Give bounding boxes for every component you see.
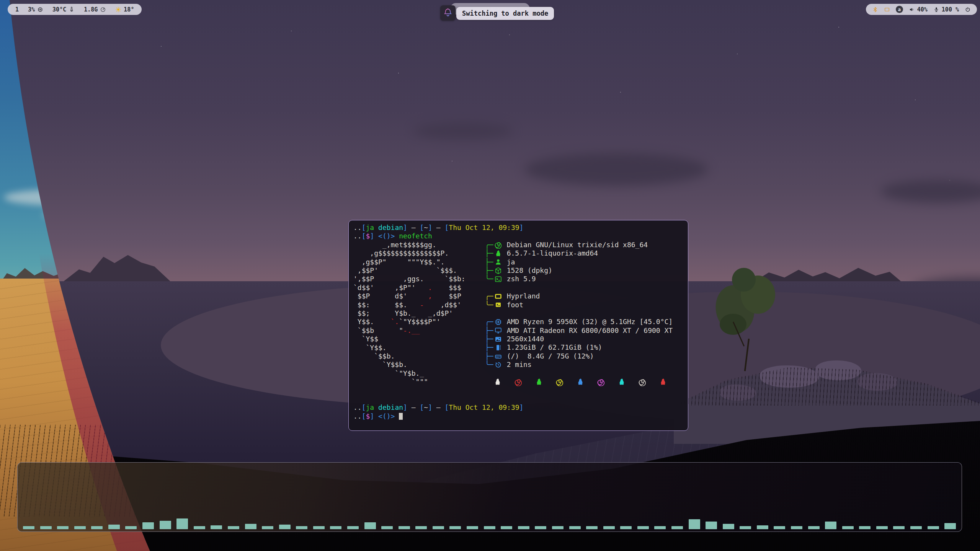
info-group-desktop: ╭─Hyprland ╰─foot <box>485 292 673 309</box>
workspace-indicator[interactable]: 1 <box>15 6 19 13</box>
cpu-chip-icon <box>493 318 503 326</box>
power-icon[interactable] <box>965 7 971 13</box>
info-group-system: ╭─Debian GNU/Linux trixie/sid x86_64 ├─6… <box>485 241 673 284</box>
tux-icon <box>659 378 667 386</box>
viz-bar <box>689 519 700 529</box>
thermometer-icon <box>69 7 75 13</box>
package-icon <box>493 267 503 275</box>
viz-bar <box>228 526 239 529</box>
microphone-module[interactable]: 100 % <box>933 6 959 13</box>
prompt-segment: .. <box>353 232 362 240</box>
viz-bar <box>296 526 307 529</box>
viz-bar <box>467 526 478 529</box>
sun-icon <box>115 7 121 13</box>
prompt-segment: $ <box>366 232 370 240</box>
shell-prompt-bottom[interactable]: ..[ja@debian] – [~] – [Thu Oct 12, 09:39… <box>353 403 683 421</box>
prompt-segment <box>395 232 399 240</box>
viz-bar <box>928 526 939 529</box>
notification-text-pill[interactable]: Switching to dark mode <box>456 7 554 20</box>
notification-popup[interactable]: Switching to dark mode <box>440 5 554 21</box>
prompt-segment: <()> <box>378 412 395 420</box>
display-icon[interactable] <box>884 7 890 13</box>
prompt-segment: debian <box>378 403 403 411</box>
night-cloud <box>413 122 513 140</box>
info-row-memory: ├─1.23GiB / 62.71GiB (1%) <box>485 343 673 352</box>
prompt-segment: [ <box>445 403 449 411</box>
tree-connector: ╭─ <box>485 241 493 249</box>
gpu-value: AMD ATI Radeon RX 6800/6800 XT / 6900 XT <box>507 326 673 335</box>
volume-module[interactable]: 40% <box>909 6 928 13</box>
foot-terminal-window[interactable]: ..[ja@debian] – [~] – [Thu Oct 12, 09:39… <box>348 220 688 431</box>
prompt-segment: [ <box>445 223 449 231</box>
neofetch-output: _,met$$$$$gg. ,g$$$$$$$$$$$$$$$P. ,g$$P"… <box>353 241 683 386</box>
memory-module[interactable]: 1.8G <box>84 6 106 13</box>
viz-bar <box>706 522 717 529</box>
prompt-segment: – <box>407 223 420 231</box>
workspace-number: 1 <box>15 6 19 13</box>
viz-bar <box>449 526 461 529</box>
tree-connector: ├─ <box>485 258 493 266</box>
user-icon <box>493 258 503 266</box>
weather-module[interactable]: 18° <box>115 6 134 13</box>
cpu-value: AMD Ryzen 9 5950X (32) @ 5.1GHz [45.0°C] <box>507 318 673 326</box>
tree-foliage <box>732 268 756 292</box>
cpu-module[interactable]: 3% <box>28 6 43 13</box>
prompt-segment: ] <box>370 232 374 240</box>
tree-connector: ╰─ <box>485 360 493 369</box>
debian-swirl-icon <box>638 378 647 386</box>
tux-icon <box>535 378 543 386</box>
window-icon <box>493 292 503 300</box>
viz-bar <box>313 526 325 529</box>
ram-icon <box>493 344 503 352</box>
viz-bar <box>399 526 410 529</box>
prompt-segment: ] <box>403 403 407 411</box>
terminal-value: foot <box>507 301 523 309</box>
prompt-segment <box>395 412 399 420</box>
viz-bar <box>910 526 922 529</box>
prompt-segment: [ <box>362 412 366 420</box>
prompt-segment: ] <box>519 403 524 411</box>
gauge-icon <box>100 7 106 13</box>
packages-value: 1528 (dpkg) <box>507 266 552 275</box>
viz-bar <box>245 524 256 529</box>
debian-swirl-icon <box>555 378 564 386</box>
viz-bar <box>757 525 768 529</box>
viz-bar <box>125 526 137 529</box>
shell-icon <box>493 275 503 283</box>
prompt-segment: $ <box>366 412 370 420</box>
temperature-module[interactable]: 30°C <box>52 6 75 13</box>
prompt-segment: ~ <box>424 403 428 411</box>
prompt-segment: [ <box>420 403 424 411</box>
tray-app-icon[interactable]: a <box>896 6 903 13</box>
prompt-segment: – <box>432 223 445 231</box>
bell-gradient-icon <box>443 7 453 19</box>
tray-app-letter: a <box>898 7 901 12</box>
os-value: Debian GNU/Linux trixie/sid x86_64 <box>507 241 648 249</box>
prompt-segment: Thu Oct 12, 09:39 <box>449 223 519 231</box>
info-row-user: ├─ja <box>485 258 673 266</box>
prompt-segment: ] <box>370 412 374 420</box>
tux-icon <box>617 378 626 386</box>
volume-level: 40% <box>917 6 928 13</box>
viz-bar <box>842 526 854 529</box>
bluetooth-icon[interactable] <box>872 7 878 13</box>
viz-bar <box>108 525 120 529</box>
viz-bar <box>484 526 495 529</box>
viz-bar <box>160 521 171 529</box>
info-row-kernel: ├─6.5.7-1-liquorix-amd64 <box>485 249 673 258</box>
tree-connector: ├─ <box>485 352 493 360</box>
uptime-value: 2 mins <box>507 360 532 369</box>
prompt-segment: ] <box>428 223 432 231</box>
info-row-resolution: ├─980x551 <box>485 335 673 343</box>
viz-bar <box>347 526 359 529</box>
tree-connector: ├─ <box>485 266 493 275</box>
viz-bar <box>876 526 888 529</box>
night-cloud <box>524 153 708 186</box>
prompt-segment <box>374 412 378 420</box>
tree-connector: ├─ <box>485 343 493 352</box>
prompt-segment: .. <box>353 223 362 231</box>
debian-swirl-icon <box>597 378 605 386</box>
prompt-segment: neofetch <box>399 232 432 240</box>
viz-bar <box>142 522 154 529</box>
terminal-content: ..[ja@debian] – [~] – [Thu Oct 12, 09:39… <box>349 220 688 424</box>
